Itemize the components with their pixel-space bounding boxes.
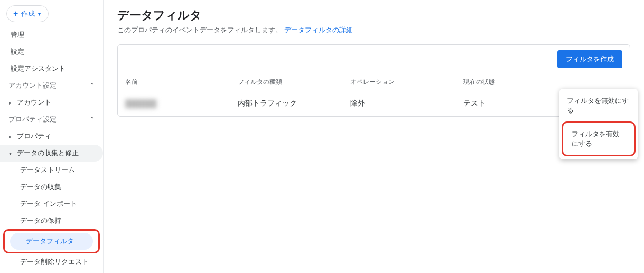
nav-group-property[interactable]: プロパティ設定 ⌃ [0, 111, 103, 128]
caret-right-icon: ▸ [7, 100, 13, 106]
col-op: オペレーション [343, 73, 455, 91]
caret-down-icon: ▾ [7, 150, 13, 156]
leaf-datafilter[interactable]: データフィルタ [10, 233, 93, 250]
popover-enable-filter[interactable]: フィルタを有効にする [564, 124, 633, 154]
leaf-delete-request[interactable]: データ削除リクエスト [0, 253, 103, 270]
highlight-annotation: フィルタを有効にする [562, 121, 636, 156]
leaf-collect[interactable]: データの収集 [0, 178, 103, 195]
caret-right-icon: ▸ [7, 134, 13, 139]
col-type: フィルタの種類 [230, 73, 343, 91]
leaf-retain[interactable]: データの保持 [0, 212, 103, 229]
nav-sub-account-label: アカウント [17, 98, 51, 107]
col-name: 名前 [118, 73, 230, 91]
plus-icon: + [13, 10, 18, 18]
row-name: ██████ [125, 99, 157, 108]
page-desc-text: このプロパティのイベントデータをフィルタします。 [117, 26, 282, 34]
leaf-import[interactable]: データ インポート [0, 195, 103, 212]
nav-group-property-label: プロパティ設定 [8, 115, 57, 124]
chevron-down-icon: ▾ [38, 11, 41, 17]
nav-admin[interactable]: 管理 [0, 26, 103, 43]
nav-settings[interactable]: 設定 [0, 43, 103, 60]
nav-group-account[interactable]: アカウント設定 ⌃ [0, 77, 103, 94]
nav-sub-data-collect[interactable]: ▾ データの収集と修正 [0, 145, 103, 162]
create-button[interactable]: + 作成 ▾ [6, 5, 49, 22]
sidebar: + 作成 ▾ 管理 設定 設定アシスタント アカウント設定 ⌃ ▸ アカウント … [0, 0, 104, 273]
nav-sub-property[interactable]: ▸ プロパティ [0, 128, 103, 145]
chevron-up-icon: ⌃ [89, 116, 95, 123]
create-label: 作成 [21, 9, 35, 18]
table-row[interactable]: ██████ 内部トラフィック 除外 テスト › ⋮ [118, 91, 630, 116]
page-description: このプロパティのイベントデータをフィルタします。 データフィルタの詳細 [117, 25, 630, 35]
row-op: 除外 [343, 91, 455, 116]
popover-disable-filter[interactable]: フィルタを無効にする [559, 91, 638, 120]
nav-group-account-label: アカウント設定 [8, 81, 57, 90]
col-state: 現在の状態 [456, 73, 568, 91]
filters-table: 名前 フィルタの種類 オペレーション 現在の状態 ██████ 内部トラフィック… [118, 73, 630, 116]
nav-assistant[interactable]: 設定アシスタント [0, 60, 103, 77]
row-type: 内部トラフィック [230, 91, 343, 116]
main-content: データフィルタ このプロパティのイベントデータをフィルタします。 データフィルタ… [104, 0, 644, 273]
nav-sub-data-display[interactable]: ▸ データの表示 [0, 270, 103, 273]
nav-sub-data-collect-label: データの収集と修正 [17, 148, 79, 158]
highlight-annotation: データフィルタ [3, 229, 100, 253]
chevron-up-icon: ⌃ [89, 82, 95, 89]
nav-sub-property-label: プロパティ [17, 131, 51, 141]
page-title: データフィルタ [117, 7, 630, 23]
leaf-stream[interactable]: データストリーム [0, 162, 103, 178]
nav-sub-account[interactable]: ▸ アカウント [0, 94, 103, 111]
row-actions-popover: フィルタを無効にする フィルタを有効にする [559, 89, 638, 159]
create-filter-button[interactable]: フィルタを作成 [557, 50, 622, 68]
filters-card: フィルタを作成 名前 フィルタの種類 オペレーション 現在の状態 ██████ … [117, 44, 630, 117]
page-desc-link[interactable]: データフィルタの詳細 [284, 26, 353, 34]
row-state: テスト [456, 91, 568, 116]
